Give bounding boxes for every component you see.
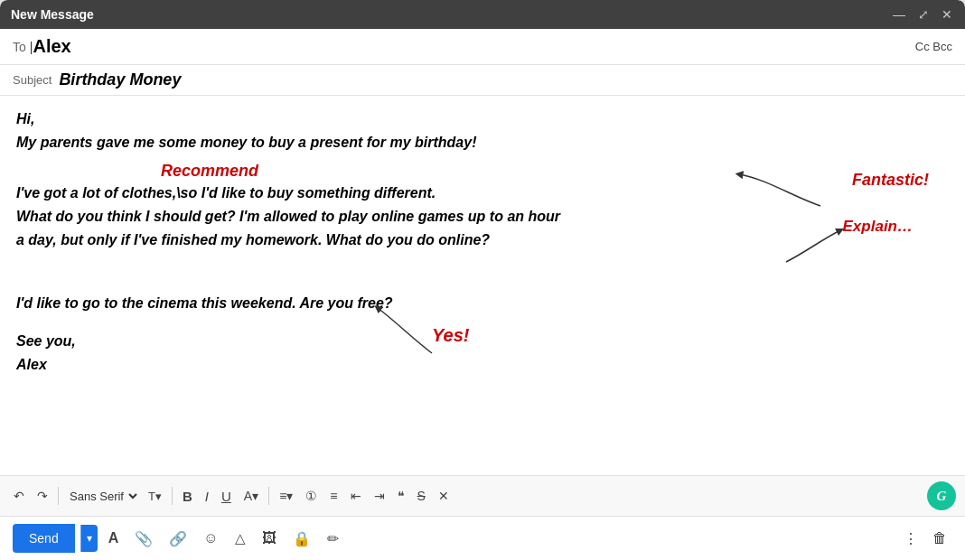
delete-button[interactable]: 🗑 xyxy=(927,525,952,552)
font-selector[interactable]: Sans Serif xyxy=(64,486,140,507)
minimize-button[interactable]: — xyxy=(891,7,907,22)
font-size-button[interactable]: T▾ xyxy=(144,486,166,507)
body-line-2: My parents gave me some money to buy a p… xyxy=(16,132,949,154)
bullet-list-button[interactable]: ≡ xyxy=(325,485,342,507)
redo-button[interactable]: ↷ xyxy=(33,485,52,507)
undo-button[interactable]: ↶ xyxy=(9,485,29,507)
bold-button[interactable]: B xyxy=(178,485,197,508)
cc-bcc-button[interactable]: Cc Bcc xyxy=(915,40,952,53)
recommend-annotation: Recommend xyxy=(161,159,258,183)
photo-button[interactable]: 🖼 xyxy=(257,525,282,552)
more-options-button[interactable]: ⋮ xyxy=(898,525,923,553)
quote-button[interactable]: ❝ xyxy=(393,485,409,507)
expand-button[interactable]: ⤢ xyxy=(916,7,931,22)
numbered-list-button[interactable]: ① xyxy=(301,485,322,507)
body-line-1: Hi, xyxy=(16,108,949,130)
window-title: New Message xyxy=(11,7,94,22)
to-row: To | Alex Cc Bcc xyxy=(0,29,965,65)
body-line-7: See you, xyxy=(16,331,949,352)
bottom-right-icons: ⋮ 🗑 xyxy=(898,525,952,553)
compose-window: New Message — ⤢ ✕ To | Alex Cc Bcc Subje… xyxy=(0,0,965,560)
italic-button[interactable]: I xyxy=(201,485,213,508)
toolbar-area: ↶ ↷ Sans Serif T▾ B I U A▾ ≡▾ ① ≡ ⇤ ⇥ ❝ … xyxy=(0,475,965,516)
bottom-toolbar: Send ▾ A 📎 🔗 ☺ △ 🖼 🔒 ✏ ⋮ 🗑 xyxy=(0,516,965,560)
emoji-button[interactable]: ☺ xyxy=(198,525,223,552)
underline-button[interactable]: U xyxy=(217,485,236,508)
lock-icon-button[interactable]: 🔒 xyxy=(287,525,316,553)
font-color-button[interactable]: A▾ xyxy=(239,485,263,507)
link-button[interactable]: 🔗 xyxy=(164,525,192,553)
drive-button[interactable]: △ xyxy=(230,525,251,552)
explain-container: Explain… xyxy=(16,253,949,278)
toolbar-separator-1 xyxy=(58,487,59,505)
to-label: To xyxy=(13,40,26,54)
subject-field[interactable]: Birthday Money xyxy=(59,70,181,89)
pen-button[interactable]: ✏ xyxy=(322,525,344,553)
font-color-bottom-button[interactable]: A xyxy=(103,525,125,552)
body-area[interactable]: Fantastic! Hi, My parents gave me some m… xyxy=(0,96,965,475)
title-bar: New Message — ⤢ ✕ xyxy=(0,0,965,29)
indent-more-button[interactable]: ⇥ xyxy=(370,485,389,507)
attachment-button[interactable]: 📎 xyxy=(129,525,158,553)
title-bar-controls: — ⤢ ✕ xyxy=(891,7,954,22)
yes-container: See you, Yes! xyxy=(16,331,949,352)
toolbar-separator-2 xyxy=(172,487,173,505)
recommend-container: Recommend xyxy=(16,155,949,182)
align-button[interactable]: ≡▾ xyxy=(275,485,297,507)
subject-label: Subject xyxy=(13,73,52,87)
send-button[interactable]: Send xyxy=(13,524,75,553)
indent-less-button[interactable]: ⇤ xyxy=(346,485,366,507)
spacer-2 xyxy=(16,316,949,331)
subject-row: Subject Birthday Money xyxy=(0,65,965,96)
strikethrough-button[interactable]: S xyxy=(413,485,430,507)
grammarly-button[interactable]: G xyxy=(927,481,956,510)
clear-format-button[interactable]: ✕ xyxy=(434,485,454,507)
close-button[interactable]: ✕ xyxy=(940,7,954,22)
yes-annotation: Yes! xyxy=(432,322,470,349)
send-dropdown-button[interactable]: ▾ xyxy=(80,525,98,552)
to-field[interactable]: Alex xyxy=(33,36,70,57)
explain-annotation: Explain… xyxy=(843,215,913,238)
spacer-1 xyxy=(16,278,949,293)
body-line-8: Alex xyxy=(16,354,949,376)
grammarly-icon: G xyxy=(937,489,947,504)
toolbar-separator-3 xyxy=(268,487,269,505)
body-line-6: I'd like to go to the cinema this weeken… xyxy=(16,293,949,314)
